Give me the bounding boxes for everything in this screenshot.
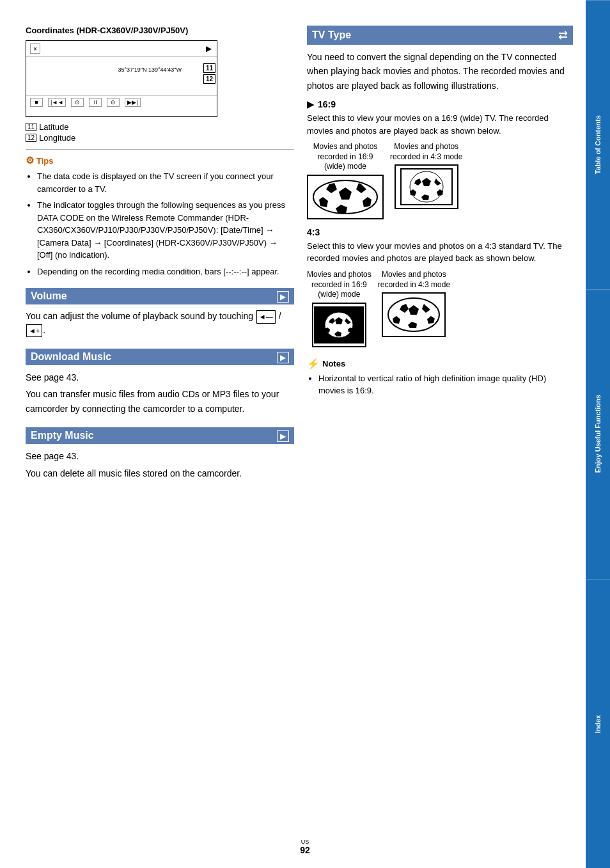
soccer-ball-43-in-43 (382, 292, 446, 337)
photos-label-right-16-9: Movies and photosrecorded in 4:3 mode (390, 142, 462, 162)
tips-list: The data code is displayed on the TV scr… (26, 170, 294, 278)
photos-table-4-3: Movies and photosrecorded in 16:9(wide) … (307, 270, 573, 347)
fwd-btn: ▶▶| (125, 98, 140, 107)
volume-section-bar: Volume ▶ (26, 288, 294, 304)
photos-col-wide-in-43: Movies and photosrecorded in 16:9(wide) … (307, 270, 371, 347)
pause-btn: II (89, 98, 102, 107)
legend-num-11: 11 (26, 123, 36, 131)
notes-section: ⚡ Notes Horizontal to vertical ratio of … (307, 358, 573, 397)
section-16-9-body: Select this to view your movies on a 16:… (307, 112, 573, 137)
country-code: US (300, 839, 310, 845)
note-item-1: Horizontal to vertical ratio of high def… (318, 372, 573, 397)
download-music-see-page: See page 43. (26, 370, 294, 384)
tv-type-intro: You need to convert the signal depending… (307, 50, 573, 93)
photos-col-43-in-169: Movies and photosrecorded in 4:3 mode (390, 142, 462, 219)
sidebar-tab-enjoy[interactable]: Enjoy Useful Functions (586, 289, 610, 578)
section-16-9-title: ▶ 16:9 (307, 99, 573, 109)
photos-label-right-4-3: Movies and photosrecorded in 4:3 mode (378, 270, 450, 290)
sidebar-label-enjoy: Enjoy Useful Functions (594, 395, 602, 473)
volume-bar-title: Volume (31, 290, 67, 302)
download-music-bar-title: Download Music (31, 351, 111, 363)
soccer-ball-43-in-169 (395, 164, 458, 209)
coord-diagram: × ▶ 35°37'19"N 139°44'43"W 11 12 ■ |◄◄ (26, 40, 217, 117)
download-music-section-bar: Download Music ▶ (26, 349, 294, 365)
sidebar-label-index: Index (594, 714, 602, 733)
section-4-3-body: Select this to view your movies and phot… (307, 240, 573, 265)
tips-label: Tips (36, 156, 54, 166)
tip-item-2: The indicator toggles through the follow… (37, 199, 294, 262)
empty-music-section: See page 43. You can delete all music fi… (26, 449, 294, 480)
volume-section: You can adjust the volume of playback so… (26, 310, 294, 337)
sidebar-label-toc: Table of Contents (594, 116, 602, 175)
section-4-3-title: 4:3 (307, 227, 573, 237)
download-music-body: You can transfer music files from audio … (26, 387, 294, 416)
photos-col-43-in-43: Movies and photosrecorded in 4:3 mode (378, 270, 450, 347)
sidebar-tab-toc[interactable]: Table of Contents (586, 0, 610, 289)
empty-music-bar-icon: ▶ (277, 430, 289, 441)
notes-label: Notes (322, 359, 345, 368)
mid-btn: ⊙ (71, 98, 84, 107)
coordinates-title: Coordinates (HDR-CX360V/PJ30V/PJ50V) (26, 26, 294, 35)
empty-music-see-page: See page 43. (26, 449, 294, 463)
coord-data-text: 35°37'19"N 139°44'43"W (118, 67, 182, 74)
right-column: TV Type ⇄ You need to convert the signal… (307, 19, 573, 842)
empty-music-bar-title: Empty Music (31, 430, 94, 441)
tv-type-bar-title: TV Type (312, 29, 351, 41)
tv-type-bar-icon: ⇄ (558, 28, 568, 42)
soccer-ball-wide-16-9 (307, 175, 384, 219)
tip-item-3: Depending on the recording media conditi… (37, 265, 294, 278)
legend-item-longitude: 12 Longitude (26, 133, 294, 143)
latitude-label-box: 11 (203, 63, 215, 73)
volume-bar-icon: ▶ (277, 290, 289, 302)
download-music-bar-icon: ▶ (277, 351, 289, 363)
notes-header: ⚡ Notes (307, 358, 573, 370)
tips-header: ⚙ Tips (26, 155, 294, 166)
photos-col-wide-16-9: Movies and photosrecorded in 16:9(wide) … (307, 142, 384, 219)
legend-num-12: 12 (26, 134, 36, 142)
legend-items: 11 Latitude 12 Longitude (26, 122, 294, 143)
soccer-ball-wide-in-43 (312, 303, 366, 347)
legend-item-latitude: 11 Latitude (26, 122, 294, 132)
triangle-icon-16-9: ▶ (307, 99, 314, 109)
volume-text: You can adjust the volume of playback so… (26, 310, 294, 337)
empty-music-section-bar: Empty Music ▶ (26, 427, 294, 444)
rec-btn: ⊙ (107, 98, 120, 107)
photos-table-16-9: Movies and photosrecorded in 16:9(wide) … (307, 142, 573, 219)
empty-music-body: You can delete all music files stored on… (26, 466, 294, 480)
photos-label-left-16-9: Movies and photosrecorded in 16:9(wide) … (313, 142, 378, 172)
longitude-label-box: 12 (203, 74, 215, 84)
tip-item-1: The data code is displayed on the TV scr… (37, 170, 294, 195)
sidebar: Table of Contents Enjoy Useful Functions… (586, 0, 610, 868)
notes-icon: ⚡ (307, 358, 320, 370)
page-number: US 92 (300, 839, 310, 855)
volume-minus-icon: ◄— (256, 310, 276, 324)
notes-list: Horizontal to vertical ratio of high def… (307, 372, 573, 397)
sidebar-tab-index[interactable]: Index (586, 579, 610, 868)
download-music-section: See page 43. You can transfer music file… (26, 370, 294, 416)
legend-label-longitude: Longitude (39, 133, 75, 143)
left-column: Coordinates (HDR-CX360V/PJ30V/PJ50V) × ▶… (26, 19, 294, 842)
photos-label-left-4-3: Movies and photosrecorded in 16:9(wide) … (307, 270, 371, 300)
legend-label-latitude: Latitude (39, 122, 68, 132)
play-icon: ▶ (204, 44, 213, 53)
tips-icon: ⚙ (26, 155, 34, 166)
page-num: 92 (300, 845, 310, 855)
stop-btn: ■ (30, 98, 43, 107)
close-icon: × (30, 43, 40, 54)
rew-btn: |◄◄ (48, 98, 66, 107)
tv-type-section-bar: TV Type ⇄ (307, 26, 573, 45)
volume-plus-icon: ◄+ (26, 324, 42, 338)
